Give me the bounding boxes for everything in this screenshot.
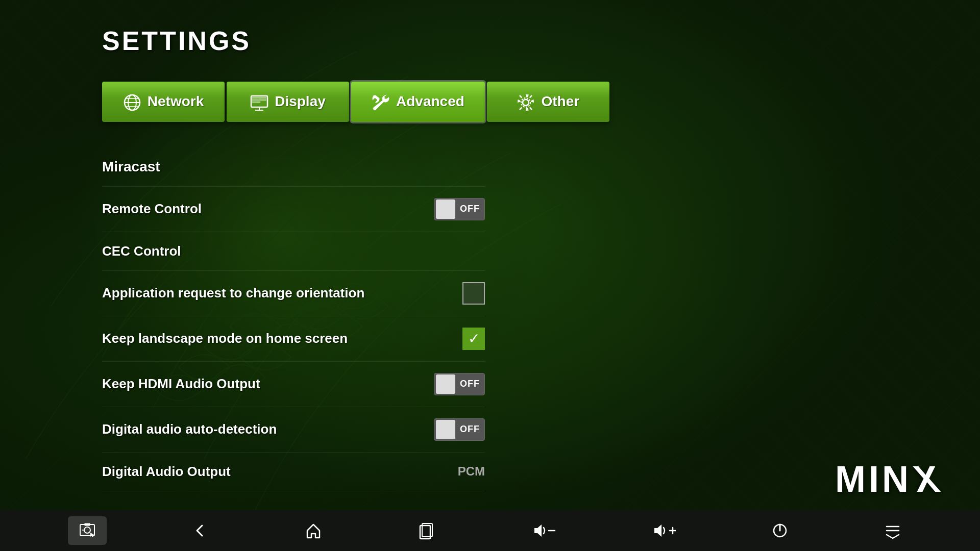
app-orientation-label: Application request to change orientatio… [102,285,364,301]
display-icon [250,92,268,112]
tab-other-label: Other [541,93,579,110]
vol-down-icon [530,521,556,540]
hdmi-audio-toggle-value: OFF [460,379,480,389]
back-button[interactable] [181,516,219,545]
main-content: SETTINGS Network [0,0,980,491]
audio-detection-label: Digital audio auto-detection [102,421,277,437]
extra-menu-button[interactable] [873,516,912,545]
audio-output-label: Digital Audio Output [102,464,231,480]
svg-point-12 [523,99,529,106]
landscape-mode-checkbox[interactable]: ✓ [462,328,485,350]
tab-advanced-label: Advanced [396,93,464,110]
screenshot-button[interactable] [68,516,107,545]
tab-display-label: Display [275,93,326,110]
tab-network-label: Network [148,93,204,110]
wrench-icon [372,92,390,112]
setting-miracast[interactable]: Miracast [102,147,485,187]
home-icon [304,521,323,540]
setting-audio-detection[interactable]: Digital audio auto-detection OFF [102,407,485,453]
landscape-mode-label: Keep landscape mode on home screen [102,331,348,346]
toggle-knob-3 [436,420,455,439]
recents-icon [417,521,435,540]
recents-button[interactable] [407,516,446,545]
audio-output-value: PCM [458,464,485,479]
page-title: SETTINGS [102,26,980,56]
minix-logo: MINX [835,458,939,500]
extra-menu-icon [884,521,902,540]
cec-control-label: CEC Control [102,243,181,259]
vol-down-button[interactable] [520,516,566,545]
remote-control-toggle-value: OFF [460,204,480,214]
minix-x: X [912,458,939,500]
settings-list: Miracast Remote Control OFF CEC Control … [102,147,485,491]
hdmi-audio-label: Keep HDMI Audio Output [102,376,260,392]
tab-network[interactable]: Network [102,82,225,122]
setting-landscape-mode[interactable]: Keep landscape mode on home screen ✓ [102,316,485,362]
power-button[interactable] [761,516,799,545]
setting-cec-control[interactable]: CEC Control [102,232,485,271]
tab-bar: Network Display [102,82,980,122]
remote-control-toggle[interactable]: OFF [434,198,485,220]
minix-text: MIN [835,459,912,499]
audio-detection-toggle-value: OFF [460,424,480,435]
vol-up-icon [650,521,676,540]
bottom-bar [0,510,980,551]
hdmi-audio-toggle[interactable]: OFF [434,373,485,395]
globe-icon [123,92,141,112]
screenshot-icon [78,521,96,540]
remote-control-label: Remote Control [102,201,202,217]
app-orientation-checkbox[interactable] [462,282,485,305]
home-button[interactable] [294,516,333,545]
checkmark-icon: ✓ [468,332,480,346]
setting-audio-output[interactable]: Digital Audio Output PCM [102,453,485,491]
tab-display[interactable]: Display [227,82,349,122]
back-icon [191,521,209,540]
power-icon [771,521,789,540]
tab-other[interactable]: Other [487,82,609,122]
setting-hdmi-audio[interactable]: Keep HDMI Audio Output OFF [102,362,485,407]
vol-up-button[interactable] [640,516,686,545]
tab-advanced[interactable]: Advanced [351,82,485,122]
toggle-knob-2 [436,374,455,394]
miracast-label: Miracast [102,159,160,175]
setting-remote-control[interactable]: Remote Control OFF [102,187,485,232]
svg-point-15 [84,527,90,533]
audio-detection-toggle[interactable]: OFF [434,418,485,441]
toggle-knob [436,199,455,219]
setting-app-orientation[interactable]: Application request to change orientatio… [102,271,485,316]
gear-icon [517,92,535,112]
